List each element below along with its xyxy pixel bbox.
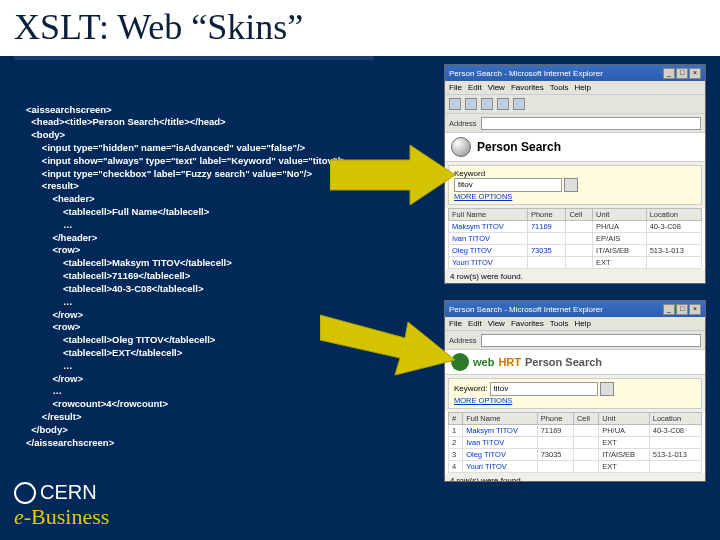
cern-brand: CERN: [14, 481, 109, 504]
menu-bar: FileEditViewFavoritesToolsHelp: [445, 317, 705, 331]
table-cell: [537, 437, 573, 449]
search-go-button[interactable]: [600, 382, 614, 396]
page-title: Person Search: [525, 356, 602, 368]
brand-hrt: HRT: [498, 356, 521, 368]
results-area: Full NamePhoneCellUnitLocation Maksym TI…: [445, 208, 705, 269]
table-cell: Oleg TITOV: [463, 449, 537, 461]
address-input[interactable]: [481, 117, 701, 130]
table-row[interactable]: 4Youri TITOVEXT: [449, 461, 702, 473]
table-cell: [537, 461, 573, 473]
table-cell: EP/AIS: [593, 233, 647, 245]
maximize-button[interactable]: □: [676, 304, 688, 315]
minimize-button[interactable]: _: [663, 68, 675, 79]
table-cell: Youri TITOV: [463, 461, 537, 473]
close-button[interactable]: ×: [689, 304, 701, 315]
table-row[interactable]: 3Oleg TITOV73035IT/AIS/EB513-1-013: [449, 449, 702, 461]
table-cell: Ivan TITOV: [449, 233, 528, 245]
window-titlebar: Person Search - Microsoft Internet Explo…: [445, 65, 705, 81]
nav-toolbar: [445, 95, 705, 114]
more-options-link[interactable]: MORE OPTIONS: [454, 192, 512, 201]
table-cell: 3: [449, 449, 463, 461]
cern-logo-icon: [14, 482, 36, 504]
results-table: #Full NamePhoneCellUnitLocation 1Maksym …: [448, 412, 702, 473]
table-cell: [646, 233, 701, 245]
menu-item[interactable]: Tools: [550, 319, 569, 328]
svg-marker-1: [320, 315, 455, 375]
table-header: Unit: [599, 413, 650, 425]
table-cell: [566, 221, 593, 233]
menu-item[interactable]: Edit: [468, 83, 482, 92]
window-button-group: _ □ ×: [663, 304, 701, 315]
menu-item[interactable]: Favorites: [511, 319, 544, 328]
menu-item[interactable]: Tools: [550, 83, 569, 92]
forward-icon[interactable]: [465, 98, 477, 110]
screenshot-person-search-hrt: Person Search - Microsoft Internet Explo…: [444, 300, 706, 482]
window-title: Person Search - Microsoft Internet Explo…: [449, 305, 603, 314]
title-underline: [14, 56, 374, 60]
table-cell: IT/AIS/EB: [599, 449, 650, 461]
table-header: Phone: [537, 413, 573, 425]
refresh-icon[interactable]: [497, 98, 509, 110]
menu-item[interactable]: View: [488, 83, 505, 92]
arrow-top: [330, 140, 460, 210]
menu-item[interactable]: Favorites: [511, 83, 544, 92]
table-cell: [527, 257, 565, 269]
back-icon[interactable]: [449, 98, 461, 110]
menu-item[interactable]: View: [488, 319, 505, 328]
screenshot-person-search-plain: Person Search - Microsoft Internet Explo…: [444, 64, 706, 284]
table-cell: 2: [449, 437, 463, 449]
table-cell: [527, 233, 565, 245]
table-cell: 73035: [537, 449, 573, 461]
menu-item[interactable]: File: [449, 83, 462, 92]
search-go-button[interactable]: [564, 178, 578, 192]
more-options-link[interactable]: MORE OPTIONS: [454, 396, 512, 405]
table-header: Location: [649, 413, 701, 425]
menu-item[interactable]: Help: [574, 83, 590, 92]
table-row[interactable]: 1Maksym TITOV71169PH/UA40-3-C08: [449, 425, 702, 437]
table-row[interactable]: Oleg TITOV73035IT/AIS/EB513-1-013: [449, 245, 702, 257]
stop-icon[interactable]: [481, 98, 493, 110]
table-cell: 73035: [527, 245, 565, 257]
address-bar: Address: [445, 114, 705, 133]
row-count-text: 4 row(s) were found.: [445, 473, 705, 482]
menu-item[interactable]: Edit: [468, 319, 482, 328]
table-cell: 71169: [537, 425, 573, 437]
table-header: Phone: [527, 209, 565, 221]
table-cell: 40-3-C08: [649, 425, 701, 437]
table-cell: Maksym TITOV: [463, 425, 537, 437]
minimize-button[interactable]: _: [663, 304, 675, 315]
keyword-label: Keyword:: [454, 384, 487, 393]
table-cell: EXT: [593, 257, 647, 269]
menu-item[interactable]: Help: [574, 319, 590, 328]
arrow-bottom: [320, 300, 460, 380]
table-header: Cell: [566, 209, 593, 221]
table-cell: [566, 257, 593, 269]
table-row[interactable]: Maksym TITOV71169PH/UA40-3-C08: [449, 221, 702, 233]
table-row[interactable]: 2Ivan TITOVEXT: [449, 437, 702, 449]
page-header: web HRT Person Search: [445, 350, 705, 375]
table-cell: 513-1-013: [646, 245, 701, 257]
results-area: #Full NamePhoneCellUnitLocation 1Maksym …: [445, 412, 705, 473]
table-cell: [573, 449, 598, 461]
table-cell: [649, 461, 701, 473]
menu-bar: FileEditViewFavoritesToolsHelp: [445, 81, 705, 95]
table-header: Location: [646, 209, 701, 221]
window-button-group: _ □ ×: [663, 68, 701, 79]
table-header: Full Name: [463, 413, 537, 425]
table-header: #: [449, 413, 463, 425]
page-title: Person Search: [477, 140, 561, 154]
close-button[interactable]: ×: [689, 68, 701, 79]
home-icon[interactable]: [513, 98, 525, 110]
keyword-input[interactable]: titov: [454, 178, 562, 192]
address-input[interactable]: [481, 334, 701, 347]
table-cell: 513-1-013: [649, 449, 701, 461]
maximize-button[interactable]: □: [676, 68, 688, 79]
row-count-text: 4 row(s) were found.: [445, 269, 705, 284]
table-cell: [566, 245, 593, 257]
table-row[interactable]: Youri TITOVEXT: [449, 257, 702, 269]
keyword-input[interactable]: titov: [490, 382, 598, 396]
results-table: Full NamePhoneCellUnitLocation Maksym TI…: [448, 208, 702, 269]
table-cell: [573, 425, 598, 437]
table-cell: EXT: [599, 437, 650, 449]
table-row[interactable]: Ivan TITOVEP/AIS: [449, 233, 702, 245]
